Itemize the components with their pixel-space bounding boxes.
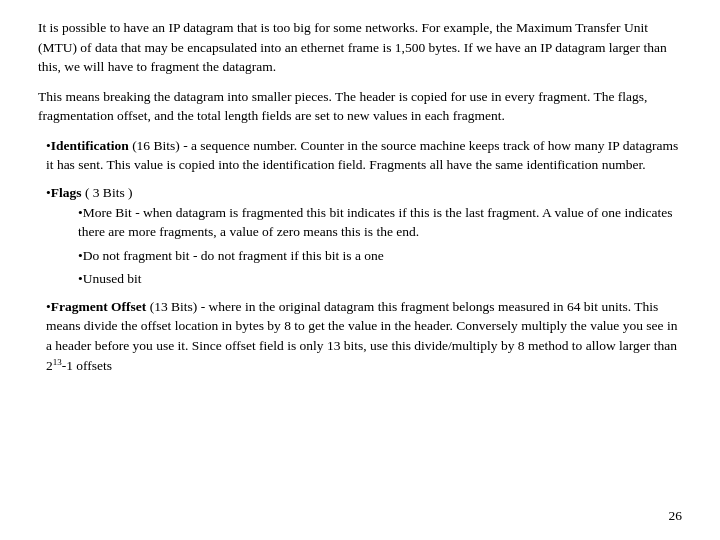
bullet-identification: •Identification (16 Bits) - a sequence n… <box>38 136 682 175</box>
bullet-flags-label: Flags <box>51 185 82 200</box>
bullet-fragment-offset-label: Fragment Offset <box>51 299 147 314</box>
bullet-fragment-offset: •Fragment Offset (13 Bits) - where in th… <box>38 297 682 376</box>
bullet-fragment-offset-end: -1 offsets <box>62 358 112 373</box>
sub-bullet-more-bit-text: •More Bit - when datagram is fragmented … <box>78 205 672 240</box>
bullet-identification-label: Identification <box>51 138 129 153</box>
sub-bullet-do-not-fragment: •Do not fragment bit - do not fragment i… <box>46 246 682 266</box>
superscript-13: 13 <box>53 356 62 366</box>
paragraph-2: This means breaking the datagram into sm… <box>38 87 682 126</box>
bullet-fragment-offset-text: •Fragment Offset (13 Bits) - where in th… <box>46 299 677 373</box>
sub-bullet-unused: •Unused bit <box>46 269 682 289</box>
page-number: 26 <box>669 506 683 526</box>
bullet-flags-text: •Flags ( 3 Bits ) <box>46 185 133 200</box>
bullet-flags-suffix: ( 3 Bits ) <box>82 185 133 200</box>
page-container: It is possible to have an IP datagram th… <box>0 0 720 540</box>
paragraph-1: It is possible to have an IP datagram th… <box>38 18 682 77</box>
sub-bullet-more-bit: •More Bit - when datagram is fragmented … <box>46 203 682 242</box>
bullet-identification-suffix: (16 Bits) - a sequence number. Counter i… <box>46 138 678 173</box>
sub-bullet-unused-text: •Unused bit <box>78 271 142 286</box>
bullet-identification-text: •Identification (16 Bits) - a sequence n… <box>46 138 678 173</box>
sub-bullet-do-not-fragment-text: •Do not fragment bit - do not fragment i… <box>78 248 384 263</box>
bullet-flags: •Flags ( 3 Bits ) •More Bit - when datag… <box>38 183 682 289</box>
